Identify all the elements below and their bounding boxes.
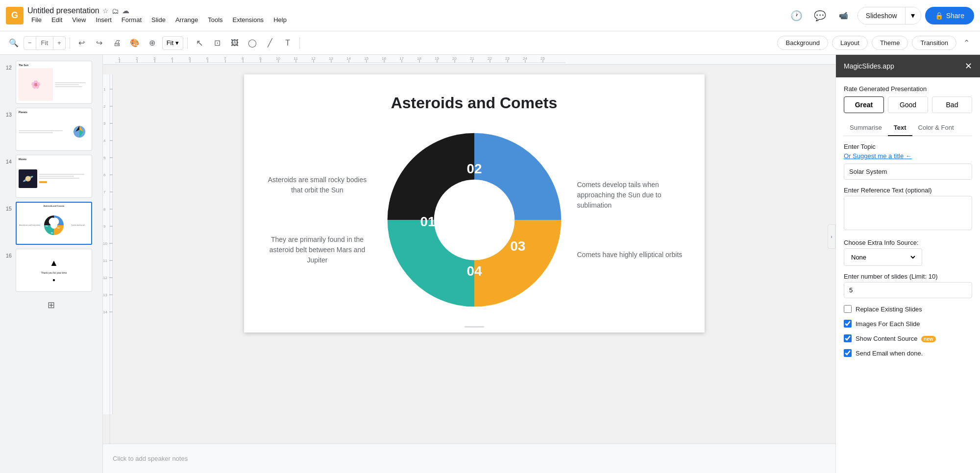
menu-arrange[interactable]: Arrange	[172, 15, 202, 24]
layout-btn[interactable]: Layout	[832, 36, 868, 50]
slideshow-main-btn[interactable]: Slideshow	[858, 7, 905, 24]
canvas-scroll[interactable]: 1 2 3 4 5 6 7 8 9 10 11 12 13 14	[103, 65, 835, 444]
frame-icon[interactable]: ⊡	[209, 35, 225, 51]
slide-item-16[interactable]: 16 ▲ Thank you for your time ●	[0, 247, 102, 294]
background-btn[interactable]: Background	[777, 36, 828, 50]
search-icon[interactable]: 🔍	[6, 35, 22, 51]
replace-slides-checkbox[interactable]	[844, 305, 852, 313]
collapse-toolbar-icon[interactable]: ⌃	[958, 35, 974, 51]
slideshow-dropdown-btn[interactable]: ▾	[905, 7, 921, 24]
zoom-value[interactable]: Fit	[36, 37, 53, 49]
ref-text-input[interactable]	[844, 196, 972, 230]
tab-color-font[interactable]: Color & Font	[912, 120, 960, 136]
text-right-bottom: Comets have highly elliptical orbits	[577, 250, 685, 260]
slide-num-14: 14	[4, 155, 12, 165]
tab-text[interactable]: Text	[888, 120, 912, 136]
panel-close-btn[interactable]: ✕	[965, 61, 972, 71]
speaker-notes[interactable]: Click to add speaker notes	[103, 444, 835, 473]
panel-collapse-btn[interactable]: ›	[828, 224, 835, 249]
slide-item-12[interactable]: 12 The Sun 🌸	[0, 59, 102, 106]
menu-format[interactable]: Format	[118, 15, 146, 24]
menu-file[interactable]: File	[27, 15, 46, 24]
svg-text:23: 23	[505, 56, 510, 61]
main-area: 12 The Sun 🌸	[0, 55, 980, 473]
grid-view-btn[interactable]: ⊞	[0, 294, 102, 316]
zoom-plus-btn[interactable]: +	[53, 37, 65, 49]
share-label: Share	[946, 12, 964, 20]
redo-icon[interactable]: ↪	[92, 35, 107, 51]
new-badge: new	[921, 336, 935, 342]
textbox-icon[interactable]: T	[280, 35, 295, 51]
menu-insert[interactable]: Insert	[92, 15, 116, 24]
slide-item-14[interactable]: 14 Moons 🪐	[0, 153, 102, 200]
menu-edit[interactable]: Edit	[48, 15, 66, 24]
svg-text:20: 20	[452, 56, 457, 61]
send-email-checkbox[interactable]	[844, 349, 852, 357]
svg-text:9: 9	[103, 224, 106, 229]
rating-bad-btn[interactable]: Bad	[932, 96, 972, 113]
rating-good-btn[interactable]: Good	[888, 96, 928, 113]
zoom-group: − Fit +	[24, 36, 66, 50]
slide-thumb-16[interactable]: ▲ Thank you for your time ●	[16, 249, 92, 292]
cursor-icon[interactable]: ↖	[192, 35, 207, 51]
slide-num-16: 16	[4, 249, 12, 259]
suggest-title-link[interactable]: Or Suggest me a title ←	[844, 152, 972, 160]
slide-item-13[interactable]: 13 Planets	[0, 106, 102, 153]
panel-body: Rate Generated Presentation Great Good B…	[836, 77, 980, 473]
star-icon[interactable]: ☆	[102, 7, 109, 15]
menu-slide[interactable]: Slide	[147, 15, 170, 24]
slide-thumb-15[interactable]: Asteroids and Comets Asteroids are small…	[16, 202, 92, 245]
print-icon[interactable]: 🖨	[109, 35, 125, 51]
menu-extensions[interactable]: Extensions	[229, 15, 268, 24]
image-icon[interactable]: 🖼	[227, 35, 243, 51]
svg-text:19: 19	[435, 56, 439, 61]
slide-num-13: 13	[4, 108, 12, 118]
zoom-minus-btn[interactable]: −	[24, 37, 36, 49]
folder-icon[interactable]: 🗂	[112, 7, 119, 15]
menu-help[interactable]: Help	[270, 15, 291, 24]
paint-format-icon[interactable]: 🎨	[127, 35, 143, 51]
comment-icon[interactable]: 💬	[810, 6, 830, 25]
menu-tools[interactable]: Tools	[204, 15, 226, 24]
num-slides-input[interactable]	[844, 282, 972, 298]
svg-text:5: 5	[189, 56, 191, 61]
toolbar-divider-1	[70, 37, 70, 49]
line-icon[interactable]: ╱	[262, 35, 278, 51]
slide-thumb-13[interactable]: Planets	[16, 108, 92, 151]
zoom-reset-icon[interactable]: ⊕	[145, 35, 160, 51]
theme-btn[interactable]: Theme	[872, 36, 908, 50]
app-logo: G	[6, 7, 24, 24]
images-label: Images For Each Slide	[856, 320, 920, 328]
slide-title: Asteroids and Comets	[391, 94, 558, 112]
replace-slides-label: Replace Existing Slides	[856, 306, 922, 313]
doc-title-text[interactable]: Untitled presentation	[27, 6, 99, 15]
send-email-row: Send Email when done.	[844, 349, 972, 357]
svg-text:4: 4	[171, 56, 173, 61]
images-checkbox[interactable]	[844, 320, 852, 328]
slide-canvas[interactable]: Asteroids and Comets Asteroids are small…	[244, 74, 705, 332]
tab-summarise[interactable]: Summarise	[844, 120, 888, 136]
undo-icon[interactable]: ↩	[74, 35, 90, 51]
topic-input[interactable]	[844, 164, 972, 180]
svg-text:01: 01	[46, 225, 48, 227]
slide-item-15[interactable]: 15 Asteroids and Comets Asteroids are sm…	[0, 200, 102, 247]
cloud-icon[interactable]: ☁	[122, 6, 129, 15]
transition-btn[interactable]: Transition	[912, 36, 956, 50]
slide-thumb-14[interactable]: Moons 🪐	[16, 155, 92, 198]
slide-thumb-12[interactable]: The Sun 🌸	[16, 61, 92, 104]
extra-info-select-wrap: None Web Search Wikipedia	[844, 248, 922, 266]
extra-info-select[interactable]: None Web Search Wikipedia	[849, 253, 917, 261]
show-content-checkbox[interactable]	[844, 334, 852, 342]
history-icon[interactable]: 🕐	[787, 6, 807, 25]
shape-icon[interactable]: ◯	[245, 35, 260, 51]
rating-great-btn[interactable]: Great	[844, 96, 884, 113]
share-button[interactable]: 🔒 Share	[925, 7, 974, 24]
svg-point-86	[434, 180, 514, 260]
svg-text:13: 13	[103, 293, 107, 297]
svg-text:01: 01	[420, 214, 435, 229]
menu-view[interactable]: View	[68, 15, 90, 24]
zoom-select[interactable]: Fit ▾	[162, 36, 183, 50]
present-icon[interactable]: 📹	[834, 6, 854, 25]
toolbar-divider-3	[299, 37, 300, 49]
speaker-notes-text[interactable]: Click to add speaker notes	[113, 455, 188, 462]
